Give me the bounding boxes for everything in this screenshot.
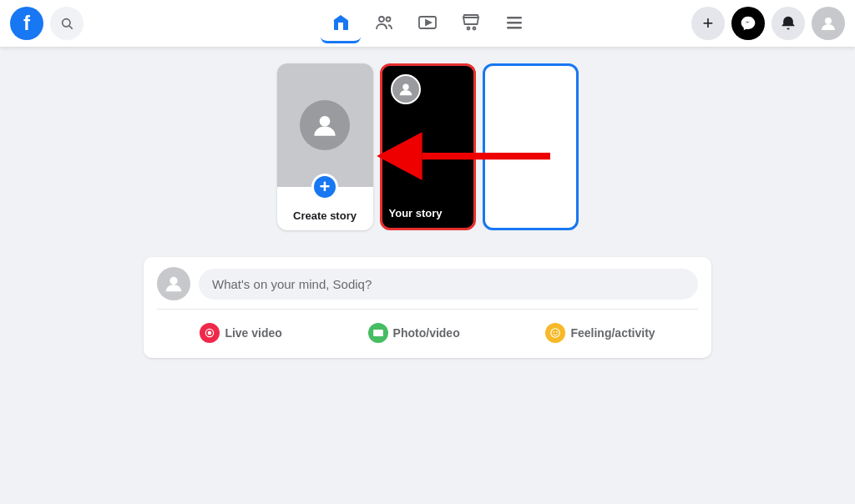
svg-rect-9 (507, 22, 522, 24)
svg-point-2 (379, 17, 384, 22)
create-story-top: + (277, 63, 373, 187)
post-input-field[interactable]: What's on your mind, Sodiq? (199, 269, 698, 300)
post-divider (157, 309, 698, 310)
add-button[interactable]: + (691, 7, 725, 40)
search-button[interactable] (50, 7, 83, 40)
create-story-card[interactable]: + Create story (277, 63, 373, 230)
nav-right: + (567, 7, 845, 40)
svg-point-13 (402, 84, 408, 90)
live-video-icon (200, 323, 220, 343)
svg-point-6 (467, 27, 469, 29)
facebook-logo[interactable]: f (10, 7, 43, 40)
main-content: + Create story Your story (0, 47, 855, 375)
live-video-button[interactable]: Live video (186, 318, 295, 348)
svg-point-21 (551, 329, 560, 338)
svg-point-12 (320, 116, 331, 127)
post-actions-row: Live video Photo/video (157, 318, 698, 348)
stories-section: + Create story Your story (277, 63, 579, 244)
photo-video-label: Photo/video (393, 326, 460, 340)
your-story-card[interactable]: Your story (380, 63, 476, 230)
svg-point-0 (63, 19, 70, 27)
post-input-row: What's on your mind, Sodiq? (157, 267, 698, 300)
post-avatar (157, 267, 190, 300)
svg-point-23 (556, 331, 558, 333)
profile-button[interactable] (812, 7, 845, 40)
svg-point-16 (169, 277, 177, 285)
nav-home-button[interactable] (321, 3, 361, 43)
photo-video-icon (368, 323, 388, 343)
messenger-button[interactable] (731, 7, 765, 40)
svg-point-17 (208, 331, 212, 335)
nav-friends-button[interactable] (364, 3, 404, 43)
notifications-button[interactable] (772, 7, 805, 40)
nav-marketplace-button[interactable] (451, 3, 491, 43)
third-story-card[interactable] (483, 63, 579, 230)
svg-point-7 (473, 27, 475, 29)
nav-left: f (10, 7, 288, 40)
nav-center (288, 3, 566, 43)
post-box: What's on your mind, Sodiq? Live video (144, 257, 711, 358)
nav-watch-button[interactable] (407, 3, 448, 43)
your-story-avatar (391, 74, 421, 104)
svg-point-11 (825, 18, 832, 24)
feeling-icon (545, 323, 565, 343)
svg-point-3 (386, 17, 390, 21)
your-story-label: Your story (382, 207, 473, 228)
svg-marker-5 (426, 20, 431, 25)
svg-rect-10 (507, 27, 522, 29)
svg-point-22 (554, 331, 555, 333)
create-story-plus-button[interactable]: + (311, 174, 338, 200)
svg-rect-8 (507, 17, 522, 19)
feeling-label: Feeling/activity (570, 326, 655, 340)
nav-menu-button[interactable] (494, 3, 534, 43)
svg-line-1 (69, 26, 73, 29)
create-story-avatar (300, 100, 350, 150)
photo-video-button[interactable]: Photo/video (355, 318, 473, 348)
navbar: f (0, 0, 855, 47)
live-video-label: Live video (225, 326, 281, 340)
stories-wrapper: + Create story Your story (277, 63, 579, 230)
feeling-button[interactable]: Feeling/activity (532, 318, 668, 348)
